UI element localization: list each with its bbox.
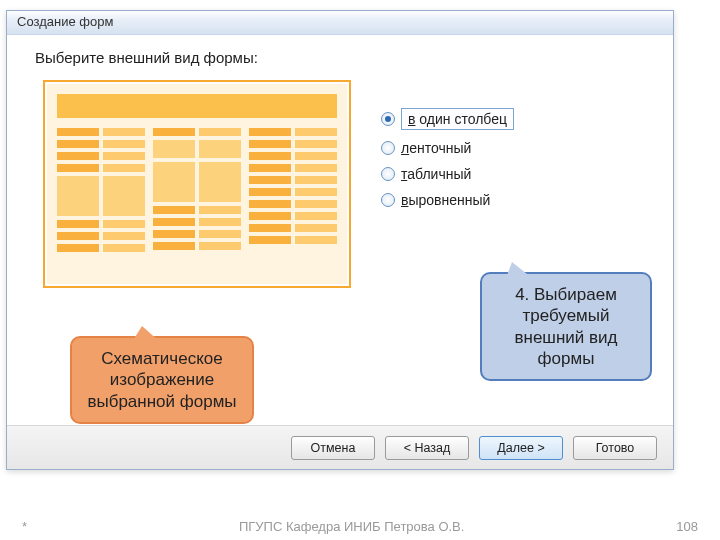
option-label: выровненный xyxy=(401,192,490,208)
callout-step-note: 4. Выбираем требуемый внешний вид формы xyxy=(480,272,652,381)
radio-icon xyxy=(381,141,395,155)
radio-icon xyxy=(381,193,395,207)
option-label: ленточный xyxy=(401,140,471,156)
wizard-buttons: Отмена < Назад Далее > Готово xyxy=(7,425,673,469)
finish-button[interactable]: Готово xyxy=(573,436,657,460)
radio-icon xyxy=(381,112,395,126)
layout-preview xyxy=(47,84,347,284)
slide-footer: * ПГУПС Кафедра ИНИБ Петрова О.В. 108 xyxy=(0,519,720,534)
footer-page: 108 xyxy=(676,519,698,534)
option-datasheet[interactable]: табличный xyxy=(381,166,649,182)
radio-icon xyxy=(381,167,395,181)
window-title: Создание форм xyxy=(7,11,673,35)
layout-preview-frame xyxy=(43,80,351,288)
option-columnar[interactable]: в один столбец xyxy=(381,108,649,130)
callout-preview-note: Схематическое изображение выбранной форм… xyxy=(70,336,254,424)
option-label: табличный xyxy=(401,166,471,182)
option-label: в один столбец xyxy=(401,108,514,130)
cancel-button[interactable]: Отмена xyxy=(291,436,375,460)
back-button[interactable]: < Назад xyxy=(385,436,469,460)
option-tabular-strip[interactable]: ленточный xyxy=(381,140,649,156)
option-justified[interactable]: выровненный xyxy=(381,192,649,208)
footer-center: ПГУПС Кафедра ИНИБ Петрова О.В. xyxy=(27,519,676,534)
layout-options: в один столбец ленточный табличный выров… xyxy=(351,80,649,288)
wizard-subtitle: Выберите внешний вид формы: xyxy=(7,35,673,74)
next-button[interactable]: Далее > xyxy=(479,436,563,460)
wizard-body: в один столбец ленточный табличный выров… xyxy=(7,74,673,288)
